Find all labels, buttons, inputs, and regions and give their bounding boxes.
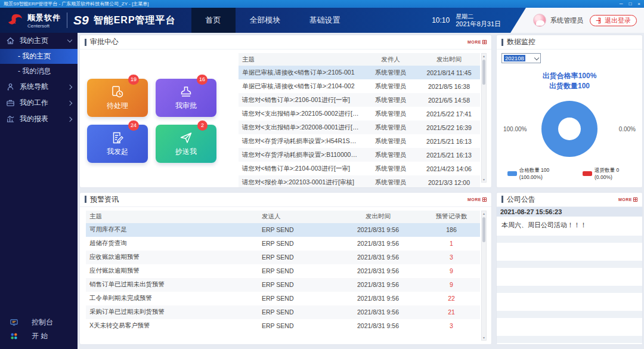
minimize-icon[interactable]: ─ bbox=[620, 0, 623, 8]
pct-label-right: 0.00% bbox=[619, 126, 636, 132]
logout-button[interactable]: 退出登录 bbox=[590, 15, 637, 26]
scroll-thumb[interactable] bbox=[482, 217, 485, 242]
announcement-date[interactable]: 2021-08-27 15:56:23 bbox=[497, 207, 642, 217]
tile-pending[interactable]: 19 待处理 bbox=[87, 79, 148, 117]
data-monitor-panel: 数据监控 202108 出货合格率100% 出货数量100 100.00% 0.… bbox=[496, 35, 643, 188]
tile-cc-me[interactable]: 2 抄送我 bbox=[156, 125, 216, 163]
briefcase-icon bbox=[6, 98, 15, 107]
chart-legend: 合格数量 100 (100.00%) 退货数量 0 (0.00%) bbox=[501, 167, 637, 184]
chevron-down-icon bbox=[534, 55, 539, 60]
start-button[interactable]: 开 始 bbox=[0, 329, 78, 343]
table-row[interactable]: 销售订单已过期未出货预警 ERP SEND 2021/8/31 9:56 9 bbox=[86, 278, 480, 292]
tile-my-approvals[interactable]: 16 我审批 bbox=[156, 79, 216, 117]
window-title: 顺景S9智能ERP管理平台 - 广东顺景软件科技有限公司_ZY - [主菜单] bbox=[4, 1, 148, 7]
table-row[interactable]: 单据已审核,请接收<销售订单>:2105-001 系统管理员 2021/8/14… bbox=[239, 66, 480, 79]
panel-accent bbox=[501, 196, 503, 203]
table-row[interactable]: 超储存货查询 ERP SEND 2021/8/31 9:56 1 bbox=[86, 237, 480, 251]
sidebar-item-my-work[interactable]: 我的工作 bbox=[0, 95, 78, 111]
approval-table-body: 单据已审核,请接收<销售订单>:2105-001 系统管理员 2021/8/14… bbox=[239, 66, 480, 188]
cc-paper-plane-icon bbox=[179, 131, 193, 145]
panel-accent bbox=[85, 39, 86, 46]
user-name: 系统管理员 bbox=[550, 16, 583, 25]
vertical-scrollbar[interactable]: ▲ ▼ bbox=[481, 53, 487, 183]
console-button[interactable]: 控制台 bbox=[0, 316, 78, 329]
tab-all-modules[interactable]: 全部模块 bbox=[236, 8, 295, 33]
maximize-icon[interactable]: □ bbox=[628, 0, 631, 8]
approval-center-panel: 审批中心 MORE 19 待处理 16 bbox=[79, 35, 492, 188]
main-content: 审批中心 MORE 19 待处理 16 bbox=[78, 33, 644, 349]
scroll-up-icon[interactable]: ▲ bbox=[482, 54, 486, 58]
badge-count: 24 bbox=[128, 121, 139, 131]
alerts-title: 预警资讯 bbox=[90, 194, 119, 205]
table-row[interactable]: 工令单到期未完成预警 ERP SEND 2021/8/31 9:56 22 bbox=[86, 292, 480, 305]
badge-count: 16 bbox=[197, 75, 208, 85]
table-row[interactable]: 请您对<存货浮动耗损率设置>:H54R1S006002进行[审核] 系统管理员 … bbox=[239, 134, 480, 148]
console-icon bbox=[10, 318, 18, 327]
sidebar: 我的主页 - 我的主页 - 我的消息 系统导航 我的工作 我的报表 bbox=[0, 33, 78, 349]
scroll-down-icon[interactable]: ▼ bbox=[482, 336, 486, 339]
table-row[interactable]: 应付账款逾期预警 ERP SEND 2021/8/31 9:56 9 bbox=[86, 264, 480, 278]
table-row[interactable]: 请您对<销售订单>:2104-003进行[一审] 系统管理员 2021/4/23… bbox=[239, 162, 480, 175]
more-grid-icon bbox=[633, 197, 637, 202]
sidebar-item-my-home[interactable]: 我的主页 bbox=[0, 33, 78, 49]
avatar[interactable] bbox=[533, 14, 546, 27]
chevron-right-icon bbox=[67, 116, 72, 121]
approval-center-title: 审批中心 bbox=[90, 37, 119, 47]
approval-tiles: 19 待处理 16 我审批 2 bbox=[87, 53, 229, 183]
table-header-row: 主题 发件人 发出时间 bbox=[239, 53, 480, 66]
pct-label-left: 100.00% bbox=[503, 126, 527, 132]
report-chart-icon bbox=[6, 115, 15, 123]
close-icon[interactable]: × bbox=[637, 0, 640, 8]
sidebar-item-my-reports[interactable]: 我的报表 bbox=[0, 111, 78, 127]
table-row[interactable]: 请您对<支出报销单>:202105-0002进行[审核] 系统管理员 2021/… bbox=[239, 107, 480, 121]
main-nav: 首页 全部模块 基础设置 bbox=[191, 8, 355, 33]
tab-basic-settings[interactable]: 基础设置 bbox=[295, 8, 355, 33]
table-row[interactable]: 采购订单已过期未到货预警 ERP SEND 2021/8/31 9:56 21 bbox=[86, 305, 480, 319]
approval-stamp-icon bbox=[179, 85, 193, 99]
donut-chart: 100.00% 0.00% bbox=[501, 91, 637, 167]
table-row[interactable]: 应收账款逾期预警 ERP SEND 2021/8/31 9:56 3 bbox=[86, 251, 480, 264]
panel-accent bbox=[501, 39, 503, 46]
table-row[interactable]: 请您对<支出报销单>:202008-0001进行[审核] 系统管理员 2021/… bbox=[239, 121, 480, 134]
s9-logo: S9 bbox=[73, 13, 89, 27]
logout-icon bbox=[596, 17, 602, 24]
announcement-empty-rows bbox=[497, 236, 642, 345]
more-grid-icon bbox=[482, 197, 487, 202]
scroll-down-icon[interactable]: ▼ bbox=[482, 178, 486, 181]
month-select[interactable]: 202108 bbox=[501, 53, 541, 63]
chevron-right-icon bbox=[67, 84, 72, 89]
sidebar-item-system-nav[interactable]: 系统导航 bbox=[0, 79, 78, 95]
sidebar-item-my-messages[interactable]: - 我的消息 bbox=[0, 64, 78, 79]
table-row[interactable]: 请您对<报价单>:202103-0001进行[审核] 系统管理员 2021/3/… bbox=[239, 175, 480, 188]
chevron-right-icon bbox=[67, 100, 72, 105]
legend-swatch-return bbox=[583, 171, 592, 176]
brand-logo-icon bbox=[6, 13, 24, 28]
table-row[interactable]: 请您对<销售订单>:2106-001进行[一审] 系统管理员 2021/6/5 … bbox=[239, 93, 480, 107]
monitor-headline: 出货合格率100% 出货数量100 bbox=[501, 71, 637, 91]
more-link[interactable]: MORE bbox=[618, 197, 637, 202]
scroll-up-icon[interactable]: ▲ bbox=[482, 212, 486, 215]
donut-chart-svg bbox=[534, 93, 605, 165]
vertical-scrollbar[interactable]: ▲ ▼ bbox=[481, 211, 487, 341]
more-link[interactable]: MORE bbox=[467, 197, 487, 202]
panel-accent bbox=[85, 196, 86, 203]
tab-home[interactable]: 首页 bbox=[191, 8, 236, 33]
legend-label-return: 退货数量 0 (0.00%) bbox=[595, 167, 637, 180]
table-row[interactable]: 可用库存不足 ERP SEND 2021/8/31 9:56 186 bbox=[86, 223, 480, 237]
table-row[interactable]: 请您对<存货浮动耗损率设置>:B11000001进行[审核] 系统管理员 202… bbox=[239, 148, 480, 162]
legend-label-pass: 合格数量 100 (100.00%) bbox=[519, 167, 574, 180]
table-header-row: 主题 发送人 发出时间 预警记录数 bbox=[86, 211, 480, 223]
badge-count: 19 bbox=[128, 75, 139, 85]
data-monitor-title: 数据监控 bbox=[507, 37, 535, 47]
legend-swatch-pass bbox=[507, 171, 517, 176]
scroll-thumb[interactable] bbox=[482, 60, 485, 85]
tile-initiated[interactable]: 24 我发起 bbox=[87, 125, 148, 163]
more-link[interactable]: MORE bbox=[467, 40, 487, 44]
approval-table: 主题 发件人 发出时间 单据已审核,请接收<销售订单>:2105-001 系统管… bbox=[239, 53, 487, 183]
brand-name: 顺景软件 bbox=[27, 13, 61, 23]
user-area: 系统管理员 退出登录 bbox=[510, 8, 644, 33]
table-row[interactable]: 单据已审核,请接收<销售订单>:2104-002 系统管理员 2021/8/5 … bbox=[239, 79, 480, 93]
table-row[interactable]: X天未转交易客户预警 ERP SEND 2021/8/31 9:56 3 bbox=[86, 319, 480, 333]
sidebar-item-my-home-sub[interactable]: - 我的主页 bbox=[0, 49, 78, 64]
product-name: 智能ERP管理平台 bbox=[94, 14, 176, 27]
